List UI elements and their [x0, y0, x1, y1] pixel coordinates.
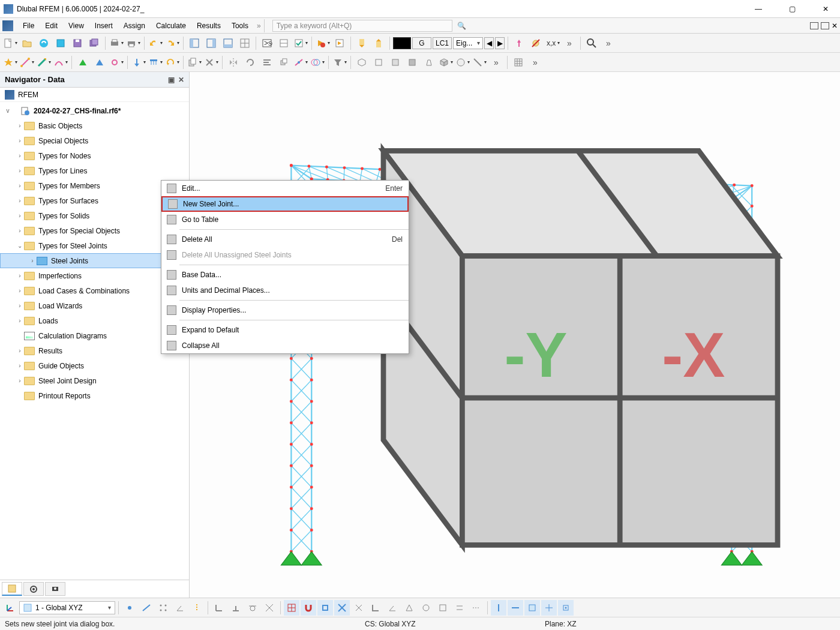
- mdi-close-icon[interactable]: ✕: [832, 22, 838, 30]
- zoom-icon[interactable]: [584, 35, 599, 51]
- print-graphic-icon[interactable]: ▾: [125, 35, 141, 51]
- loadcase-combo[interactable]: Eig...▾: [453, 37, 483, 49]
- rotate-icon[interactable]: [242, 55, 258, 70]
- menu-calculate[interactable]: Calculate: [151, 20, 191, 31]
- guide-cursor-icon[interactable]: [541, 600, 557, 616]
- osnap-circle-icon[interactable]: [418, 600, 434, 616]
- maximize-button[interactable]: ▢: [781, 5, 803, 13]
- filter-icon[interactable]: ▾: [332, 55, 347, 70]
- new-node-icon[interactable]: ▾: [2, 55, 18, 70]
- osnap-triangle-icon[interactable]: [401, 600, 417, 616]
- snap-angle-icon[interactable]: [172, 600, 188, 616]
- pin-filter-icon[interactable]: [511, 35, 527, 51]
- view-side-icon[interactable]: [404, 55, 420, 70]
- mdi-maximize-icon[interactable]: [821, 22, 829, 29]
- expander-icon[interactable]: ›: [16, 122, 24, 129]
- extrude-icon[interactable]: [276, 55, 292, 70]
- expander-icon[interactable]: ›: [16, 167, 24, 174]
- expander-icon[interactable]: ›: [16, 137, 24, 144]
- panels-right-icon[interactable]: [203, 35, 219, 51]
- print-icon[interactable]: ▾: [109, 35, 124, 51]
- ortho-icon[interactable]: [211, 600, 227, 616]
- navigator-popout-icon[interactable]: ▣: [168, 76, 175, 84]
- nav-tab-views-icon[interactable]: [45, 582, 65, 596]
- context-menu-item[interactable]: Expand to Default: [161, 322, 409, 338]
- osnap-end-icon[interactable]: [317, 600, 333, 616]
- panels-split-icon[interactable]: [237, 35, 253, 51]
- toolbar2-overflow-icon[interactable]: »: [488, 55, 504, 70]
- intersect-icon[interactable]: ▾: [310, 55, 325, 70]
- copy-icon[interactable]: ▾: [187, 55, 202, 70]
- undo-icon[interactable]: ▾: [148, 35, 163, 51]
- expander-icon[interactable]: ›: [16, 347, 24, 354]
- snap-tan-icon[interactable]: [245, 600, 260, 616]
- guide-box-icon[interactable]: [524, 600, 540, 616]
- new-polyline-icon[interactable]: ▾: [53, 55, 68, 70]
- divide-icon[interactable]: ▾: [293, 55, 308, 70]
- context-menu-item[interactable]: Collapse All: [161, 338, 409, 353]
- snap-guide-icon[interactable]: [189, 600, 205, 616]
- hinge-icon[interactable]: ▾: [109, 55, 124, 70]
- search-icon[interactable]: 🔍: [456, 22, 468, 30]
- context-menu-item[interactable]: Go to Table: [161, 212, 409, 227]
- calc-all-icon[interactable]: ▾: [315, 35, 331, 51]
- expander-icon[interactable]: ›: [16, 152, 24, 159]
- snap-line-icon[interactable]: [139, 600, 154, 616]
- tree-item[interactable]: ›Types for Lines: [0, 163, 189, 178]
- expander-icon[interactable]: ›: [16, 362, 24, 369]
- toolbar-overflow-icon[interactable]: »: [562, 35, 577, 51]
- nav-tab-display-icon[interactable]: [23, 582, 44, 596]
- context-menu-item[interactable]: Display Properties...: [161, 302, 409, 318]
- section-icon[interactable]: ▾: [472, 55, 487, 70]
- context-menu-item[interactable]: Units and Decimal Places...: [161, 283, 409, 298]
- script-console-icon[interactable]: >sc: [259, 35, 275, 51]
- loadcase-LC1-indicator[interactable]: LC1: [433, 37, 452, 49]
- expander-icon[interactable]: v: [4, 107, 12, 114]
- expander-icon[interactable]: ›: [16, 182, 24, 189]
- menu-edit[interactable]: Edit: [40, 20, 62, 31]
- guide-y-icon[interactable]: [508, 600, 523, 616]
- expander-icon[interactable]: ›: [16, 212, 24, 219]
- redo-icon[interactable]: ▾: [164, 35, 180, 51]
- view-cube-icon[interactable]: ▾: [438, 55, 454, 70]
- new-line-icon[interactable]: ▾: [19, 55, 35, 70]
- expander-icon[interactable]: ›: [16, 317, 24, 324]
- context-menu-item[interactable]: Delete AllDel: [161, 232, 409, 247]
- menu-file[interactable]: File: [18, 20, 39, 31]
- snap-node-icon[interactable]: [122, 600, 137, 616]
- osnap-mid-icon[interactable]: [334, 600, 350, 616]
- calc-params-icon[interactable]: [332, 35, 347, 51]
- tree-file-row[interactable]: v 2024-02-27_CHS-final.rf6*: [0, 103, 189, 118]
- annotate-icon[interactable]: x,x▾: [545, 35, 560, 51]
- osnap-sq-icon[interactable]: [435, 600, 451, 616]
- snap-int-icon[interactable]: [262, 600, 277, 616]
- load-line-icon[interactable]: ▾: [148, 55, 163, 70]
- render-mode-icon[interactable]: ▾: [455, 55, 470, 70]
- result-down-icon[interactable]: [354, 35, 370, 51]
- minimize-button[interactable]: —: [748, 5, 769, 13]
- grid-toggle-icon[interactable]: [511, 55, 526, 70]
- loadcase-color-swatch[interactable]: [393, 37, 411, 49]
- check-icon[interactable]: ▾: [293, 35, 308, 51]
- tree-item[interactable]: ›Steel Joint Design: [0, 373, 189, 388]
- toolbar2-overflow2-icon[interactable]: »: [527, 55, 543, 70]
- view-front-icon[interactable]: [388, 55, 403, 70]
- osnap-corner-icon[interactable]: [368, 600, 383, 616]
- menu-overflow[interactable]: »: [257, 22, 261, 30]
- expander-icon[interactable]: ›: [16, 377, 24, 384]
- expander-icon[interactable]: ›: [16, 227, 24, 234]
- expander-icon[interactable]: ⌄: [16, 242, 24, 249]
- expander-icon[interactable]: ›: [16, 197, 24, 204]
- align-icon[interactable]: [259, 55, 275, 70]
- tree-item[interactable]: ›Basic Objects: [0, 118, 189, 133]
- tree-item[interactable]: Printout Reports: [0, 388, 189, 403]
- cs-icon[interactable]: [2, 600, 18, 616]
- load-force-icon[interactable]: ▾: [131, 55, 146, 70]
- cloud-sync-icon[interactable]: [36, 35, 52, 51]
- guide-snap-icon[interactable]: [558, 600, 574, 616]
- tree-item[interactable]: ›Special Objects: [0, 133, 189, 148]
- cut-icon[interactable]: ▾: [203, 55, 219, 70]
- osnap-cross-icon[interactable]: [351, 600, 367, 616]
- navigator-root[interactable]: RFEM: [0, 88, 189, 102]
- new-file-icon[interactable]: ▾: [2, 35, 18, 51]
